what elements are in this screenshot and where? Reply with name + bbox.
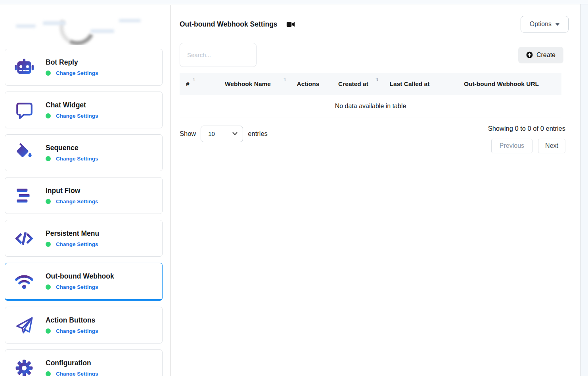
sidebar-card-out-bound-webhook[interactable]: Out-bound Webhook Change Settings bbox=[5, 263, 163, 301]
column-header-outbound-url: Out-bound Webhook URL bbox=[441, 73, 561, 95]
entries-label: entries bbox=[248, 130, 268, 137]
options-button-label: Options bbox=[530, 21, 552, 28]
app-logo bbox=[0, 5, 170, 45]
change-settings-link[interactable]: Change Settings bbox=[56, 328, 98, 334]
card-title: Action Buttons bbox=[46, 316, 98, 324]
column-header-index[interactable]: # ↑↓ bbox=[180, 73, 208, 95]
table-row: No data available in table bbox=[180, 95, 561, 118]
search-input[interactable] bbox=[180, 43, 257, 67]
video-camera-icon[interactable] bbox=[286, 21, 295, 28]
options-button[interactable]: Options bbox=[521, 16, 569, 32]
plus-circle-icon bbox=[526, 52, 533, 58]
webhooks-table: # ↑↓ Webhook Name ↑↓ Actions Created at … bbox=[180, 73, 561, 118]
status-dot bbox=[46, 71, 51, 76]
change-settings-link[interactable]: Change Settings bbox=[56, 284, 98, 290]
change-settings-link[interactable]: Change Settings bbox=[56, 156, 98, 162]
card-title: Sequence bbox=[46, 144, 98, 152]
pagination: Previous Next bbox=[491, 139, 565, 153]
chat-bubble-icon bbox=[14, 100, 34, 120]
status-dot bbox=[46, 328, 51, 334]
sidebar-card-list: Bot Reply Change Settings Chat Widget Ch… bbox=[0, 45, 170, 376]
status-dot bbox=[46, 242, 51, 247]
card-title: Chat Widget bbox=[46, 101, 98, 109]
card-title: Input Flow bbox=[46, 187, 98, 195]
change-settings-link[interactable]: Change Settings bbox=[56, 371, 98, 376]
sidebar-card-input-flow[interactable]: Input Flow Change Settings bbox=[5, 177, 163, 214]
gear-icon bbox=[14, 358, 34, 376]
robot-icon bbox=[14, 57, 34, 77]
column-header-last-called-at: Last Called at bbox=[378, 73, 441, 95]
page-title: Out-bound Webhook Settings bbox=[180, 20, 278, 29]
next-page-button[interactable]: Next bbox=[538, 139, 565, 153]
create-button[interactable]: Create bbox=[518, 47, 563, 63]
sort-icon: ↑↓ bbox=[283, 76, 286, 81]
chevron-down-icon bbox=[555, 23, 559, 26]
code-icon bbox=[14, 229, 34, 248]
status-dot bbox=[46, 113, 51, 118]
wifi-icon bbox=[14, 271, 34, 291]
card-title: Persistent Menu bbox=[46, 229, 99, 238]
column-header-actions: Actions bbox=[287, 73, 329, 95]
page-size-select[interactable]: 10 bbox=[201, 126, 243, 142]
sidebar-card-sequence[interactable]: Sequence Change Settings bbox=[5, 134, 163, 171]
empty-table-message: No data available in table bbox=[180, 95, 561, 118]
scrollbar[interactable] bbox=[580, 4, 588, 376]
status-dot bbox=[46, 199, 51, 204]
card-title: Bot Reply bbox=[46, 58, 98, 67]
sidebar-card-bot-reply[interactable]: Bot Reply Change Settings bbox=[5, 49, 163, 86]
sidebar-card-chat-widget[interactable]: Chat Widget Change Settings bbox=[5, 92, 163, 128]
table-info: Showing 0 to 0 of 0 entries bbox=[488, 125, 565, 132]
page-size-select-control[interactable]: 10 bbox=[201, 126, 243, 142]
card-title: Configuration bbox=[46, 359, 98, 367]
column-header-webhook-name[interactable]: Webhook Name ↑↓ bbox=[208, 73, 287, 95]
sort-icon: ↑↓ bbox=[375, 76, 378, 81]
card-title: Out-bound Webhook bbox=[46, 272, 114, 281]
sidebar-card-persistent-menu[interactable]: Persistent Menu Change Settings bbox=[5, 220, 163, 257]
status-dot bbox=[46, 156, 51, 161]
bars-icon bbox=[14, 186, 34, 206]
main-content: Out-bound Webhook Settings Options Creat… bbox=[171, 5, 580, 376]
sidebar-card-configuration[interactable]: Configuration Change Settings bbox=[5, 349, 163, 376]
status-dot bbox=[46, 284, 51, 290]
sidebar-card-action-buttons[interactable]: Action Buttons Change Settings bbox=[5, 307, 163, 344]
change-settings-link[interactable]: Change Settings bbox=[56, 70, 98, 76]
paint-fill-icon bbox=[14, 143, 34, 163]
top-border-strip bbox=[0, 0, 588, 4]
column-header-created-at[interactable]: Created at ↑↓ bbox=[329, 73, 378, 95]
sidebar: Bot Reply Change Settings Chat Widget Ch… bbox=[0, 5, 171, 376]
paper-plane-icon bbox=[14, 315, 34, 335]
create-button-label: Create bbox=[536, 52, 555, 59]
previous-page-button[interactable]: Previous bbox=[491, 139, 532, 153]
table-header-row: # ↑↓ Webhook Name ↑↓ Actions Created at … bbox=[180, 73, 561, 95]
sort-icon: ↑↓ bbox=[192, 76, 195, 81]
show-label: Show bbox=[180, 130, 196, 137]
change-settings-link[interactable]: Change Settings bbox=[56, 198, 98, 204]
status-dot bbox=[46, 371, 51, 376]
change-settings-link[interactable]: Change Settings bbox=[56, 241, 98, 247]
change-settings-link[interactable]: Change Settings bbox=[56, 113, 98, 119]
